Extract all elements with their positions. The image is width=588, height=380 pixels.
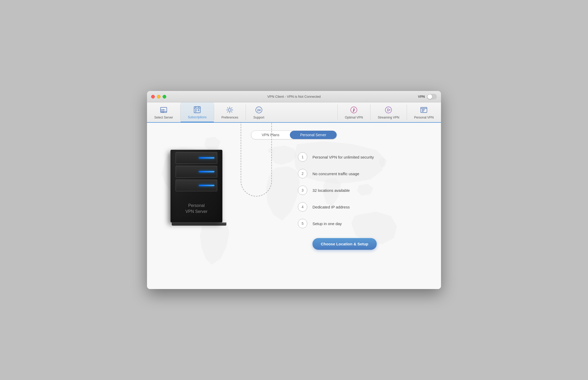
- streaming-vpn-icon: [384, 105, 393, 115]
- feature-item-5: 5 Setup in one day: [298, 219, 425, 228]
- server-unit-1: [176, 152, 217, 164]
- close-button[interactable]: [151, 95, 155, 99]
- feature-item-4: 4 Dedicated IP address: [298, 202, 425, 212]
- maximize-button[interactable]: [163, 95, 166, 99]
- feature-item-2: 2 No concurrent traffic usage: [298, 169, 425, 178]
- server-label: Personal VPN Server: [171, 203, 222, 214]
- server-unit-2: [176, 166, 217, 178]
- vpn-toggle[interactable]: VPN: [418, 94, 437, 100]
- optimal-vpn-icon: [349, 105, 359, 115]
- dashed-connector: [241, 123, 272, 196]
- feature-text-2: No concurrent traffic usage: [312, 172, 359, 176]
- personal-vpn-label: Personal VPN: [414, 116, 434, 119]
- feature-item-3: 3 32 locations available: [298, 186, 425, 195]
- select-server-icon: [159, 105, 168, 115]
- preferences-icon: [225, 105, 234, 115]
- feature-num-1: 1: [298, 152, 307, 162]
- optimal-vpn-label: Optimal VPN: [345, 116, 363, 119]
- feature-num-5: 5: [298, 219, 307, 228]
- content-inner: VPN Plans Personal Server: [147, 123, 441, 258]
- toolbar-right: Optimal VPN Streaming VPN: [337, 102, 441, 122]
- features-list: 1 Personal VPN for unlimited security 2 …: [287, 150, 425, 250]
- streaming-vpn-label: Streaming VPN: [378, 116, 399, 119]
- feature-text-3: 32 locations available: [312, 188, 350, 193]
- server-image: Personal VPN Server: [163, 150, 235, 228]
- main-content: Personal VPN Server 1: [157, 150, 431, 250]
- server-body: Personal VPN Server: [170, 150, 222, 222]
- window-title: VPN Client - VPN is Not Connected: [267, 95, 321, 99]
- toolbar-optimal-vpn[interactable]: Optimal VPN: [338, 102, 370, 122]
- svg-rect-4: [194, 107, 200, 113]
- feature-text-5: Setup in one day: [312, 221, 342, 226]
- server-led-1: [199, 157, 214, 159]
- toolbar-preferences[interactable]: Preferences: [214, 102, 246, 122]
- server-base: [172, 222, 226, 226]
- feature-num-3: 3: [298, 186, 307, 195]
- svg-point-18: [385, 107, 392, 113]
- choose-location-button[interactable]: Choose Location & Setup: [312, 238, 377, 250]
- toggle-knob: [427, 94, 432, 99]
- svg-point-13: [228, 109, 231, 111]
- feature-text-1: Personal VPN for unlimited security: [312, 155, 374, 159]
- main-window: VPN Client - VPN is Not Connected VPN: [147, 91, 441, 289]
- server-led-2: [199, 171, 214, 172]
- server-unit-3: [176, 180, 217, 191]
- toolbar-support[interactable]: 24 Support: [246, 102, 272, 122]
- subscriptions-label: Subscriptions: [188, 115, 207, 119]
- feature-num-2: 2: [298, 169, 307, 178]
- feature-text-4: Dedicated IP address: [312, 205, 350, 209]
- tab-personal-server[interactable]: Personal Server: [290, 131, 337, 139]
- toolbar-left: Select Server: [147, 102, 272, 122]
- feature-item-1: 1 Personal VPN for unlimited security: [298, 152, 425, 162]
- select-server-label: Select Server: [154, 116, 173, 119]
- toolbar-personal-vpn[interactable]: Personal VPN: [407, 102, 441, 122]
- svg-rect-20: [421, 107, 427, 113]
- svg-point-2: [162, 112, 162, 113]
- titlebar: VPN Client - VPN is Not Connected VPN: [147, 91, 441, 102]
- tab-bar: VPN Plans Personal Server: [157, 130, 431, 139]
- support-icon: 24: [254, 105, 264, 115]
- toggle-switch[interactable]: [427, 94, 437, 100]
- content-area: VPN Plans Personal Server: [147, 123, 441, 289]
- svg-text:24: 24: [257, 108, 261, 112]
- svg-point-3: [163, 112, 164, 113]
- minimize-button[interactable]: [157, 95, 161, 99]
- traffic-lights: [151, 95, 166, 99]
- toolbar-streaming-vpn[interactable]: Streaming VPN: [370, 102, 407, 122]
- toolbar: Select Server: [147, 102, 441, 123]
- toolbar-subscriptions[interactable]: Subscriptions: [181, 102, 214, 122]
- server-led-3: [199, 185, 214, 186]
- toolbar-select-server[interactable]: Select Server: [147, 102, 180, 122]
- feature-num-4: 4: [298, 202, 307, 212]
- support-label: Support: [253, 116, 264, 119]
- personal-vpn-icon: [419, 105, 429, 115]
- svg-marker-19: [388, 109, 390, 111]
- subscriptions-icon: [193, 105, 202, 114]
- svg-marker-17: [353, 108, 355, 112]
- vpn-label: VPN: [418, 95, 425, 99]
- server-3d-model: Personal VPN Server: [170, 150, 228, 228]
- preferences-label: Preferences: [221, 116, 238, 119]
